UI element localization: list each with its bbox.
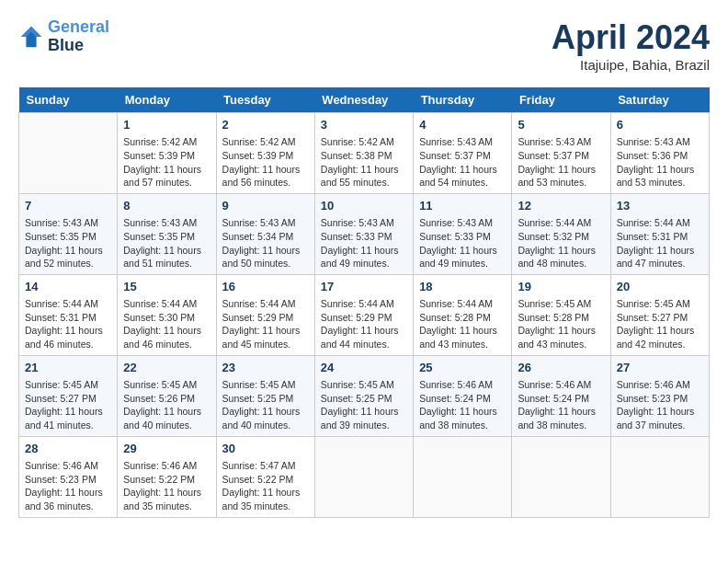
month-title: April 2024 xyxy=(552,18,710,57)
daylight-text: Daylight: 11 hours and 45 minutes. xyxy=(222,325,301,350)
location-subtitle: Itajuipe, Bahia, Brazil xyxy=(552,57,710,73)
daylight-text: Daylight: 11 hours and 57 minutes. xyxy=(123,164,201,189)
daylight-text: Daylight: 11 hours and 44 minutes. xyxy=(321,325,399,350)
day-number: 15 xyxy=(123,279,210,295)
table-row: 23Sunrise: 5:45 AMSunset: 5:25 PMDayligh… xyxy=(216,355,314,436)
table-row: 15Sunrise: 5:44 AMSunset: 5:30 PMDayligh… xyxy=(118,274,216,355)
day-number: 24 xyxy=(321,360,407,376)
sunset-text: Sunset: 5:38 PM xyxy=(321,150,392,161)
sunrise-text: Sunrise: 5:43 AM xyxy=(518,136,591,147)
table-row: 4Sunrise: 5:43 AMSunset: 5:37 PMDaylight… xyxy=(414,113,512,194)
weekday-header-row: SundayMondayTuesdayWednesdayThursdayFrid… xyxy=(19,87,710,113)
sunrise-text: Sunrise: 5:44 AM xyxy=(123,298,197,309)
table-row: 13Sunrise: 5:44 AMSunset: 5:31 PMDayligh… xyxy=(610,193,709,274)
daylight-text: Daylight: 11 hours and 35 minutes. xyxy=(123,487,201,511)
table-row: 6Sunrise: 5:43 AMSunset: 5:36 PMDaylight… xyxy=(610,113,709,194)
day-number: 2 xyxy=(222,117,309,133)
day-number: 12 xyxy=(518,198,604,214)
sunset-text: Sunset: 5:22 PM xyxy=(123,474,195,485)
sunrise-text: Sunrise: 5:45 AM xyxy=(321,379,394,390)
daylight-text: Daylight: 11 hours and 40 minutes. xyxy=(222,406,301,431)
table-row: 12Sunrise: 5:44 AMSunset: 5:32 PMDayligh… xyxy=(512,193,610,274)
sunrise-text: Sunrise: 5:46 AM xyxy=(123,460,197,471)
day-number: 5 xyxy=(518,117,604,133)
sunrise-text: Sunrise: 5:44 AM xyxy=(222,298,296,309)
sunset-text: Sunset: 5:33 PM xyxy=(419,231,491,242)
table-row: 17Sunrise: 5:44 AMSunset: 5:29 PMDayligh… xyxy=(314,274,413,355)
sunrise-text: Sunrise: 5:46 AM xyxy=(518,379,591,390)
sunrise-text: Sunrise: 5:43 AM xyxy=(123,217,197,228)
table-row: 10Sunrise: 5:43 AMSunset: 5:33 PMDayligh… xyxy=(314,193,413,274)
day-number: 26 xyxy=(518,360,604,376)
sunset-text: Sunset: 5:29 PM xyxy=(321,312,392,323)
table-row: 22Sunrise: 5:45 AMSunset: 5:26 PMDayligh… xyxy=(118,355,216,436)
logo-text: GeneralBlue xyxy=(48,18,109,55)
sunset-text: Sunset: 5:28 PM xyxy=(419,312,491,323)
sunset-text: Sunset: 5:27 PM xyxy=(25,393,97,404)
day-number: 19 xyxy=(518,279,604,295)
day-number: 29 xyxy=(123,441,210,457)
day-number: 10 xyxy=(321,198,407,214)
sunrise-text: Sunrise: 5:44 AM xyxy=(518,217,591,228)
daylight-text: Daylight: 11 hours and 40 minutes. xyxy=(123,406,201,431)
daylight-text: Daylight: 11 hours and 49 minutes. xyxy=(321,245,399,270)
sunset-text: Sunset: 5:30 PM xyxy=(123,312,195,323)
header-saturday: Saturday xyxy=(610,87,709,113)
table-row xyxy=(512,436,610,517)
daylight-text: Daylight: 11 hours and 43 minutes. xyxy=(419,325,497,350)
sunset-text: Sunset: 5:34 PM xyxy=(222,231,294,242)
day-number: 30 xyxy=(222,441,309,457)
sunrise-text: Sunrise: 5:43 AM xyxy=(25,217,98,228)
day-number: 21 xyxy=(25,360,111,376)
day-number: 20 xyxy=(617,279,703,295)
table-row xyxy=(314,436,413,517)
header-friday: Friday xyxy=(512,87,610,113)
sunrise-text: Sunrise: 5:44 AM xyxy=(25,298,98,309)
daylight-text: Daylight: 11 hours and 43 minutes. xyxy=(518,325,596,350)
sunrise-text: Sunrise: 5:43 AM xyxy=(419,217,493,228)
sunset-text: Sunset: 5:32 PM xyxy=(518,231,589,242)
sunset-text: Sunset: 5:23 PM xyxy=(25,474,97,485)
day-number: 27 xyxy=(617,360,703,376)
day-number: 6 xyxy=(617,117,703,133)
daylight-text: Daylight: 11 hours and 47 minutes. xyxy=(617,245,695,270)
table-row xyxy=(19,113,118,194)
daylight-text: Daylight: 11 hours and 49 minutes. xyxy=(419,245,497,270)
sunrise-text: Sunrise: 5:44 AM xyxy=(321,298,394,309)
sunset-text: Sunset: 5:24 PM xyxy=(419,393,491,404)
sunset-text: Sunset: 5:39 PM xyxy=(222,150,294,161)
day-number: 4 xyxy=(419,117,506,133)
daylight-text: Daylight: 11 hours and 42 minutes. xyxy=(617,325,695,350)
sunrise-text: Sunrise: 5:45 AM xyxy=(518,298,591,309)
sunrise-text: Sunrise: 5:47 AM xyxy=(222,460,296,471)
table-row: 9Sunrise: 5:43 AMSunset: 5:34 PMDaylight… xyxy=(216,193,314,274)
table-row: 1Sunrise: 5:42 AMSunset: 5:39 PMDaylight… xyxy=(118,113,216,194)
table-row: 16Sunrise: 5:44 AMSunset: 5:29 PMDayligh… xyxy=(216,274,314,355)
week-row-2: 7Sunrise: 5:43 AMSunset: 5:35 PMDaylight… xyxy=(19,193,710,274)
sunset-text: Sunset: 5:37 PM xyxy=(419,150,491,161)
daylight-text: Daylight: 11 hours and 55 minutes. xyxy=(321,164,399,189)
day-number: 25 xyxy=(419,360,506,376)
sunset-text: Sunset: 5:28 PM xyxy=(518,312,589,323)
calendar-table: SundayMondayTuesdayWednesdayThursdayFrid… xyxy=(18,87,710,518)
daylight-text: Daylight: 11 hours and 39 minutes. xyxy=(321,406,399,431)
day-number: 17 xyxy=(321,279,407,295)
daylight-text: Daylight: 11 hours and 38 minutes. xyxy=(419,406,497,431)
week-row-1: 1Sunrise: 5:42 AMSunset: 5:39 PMDaylight… xyxy=(19,113,710,194)
logo-icon xyxy=(18,24,44,50)
table-row: 28Sunrise: 5:46 AMSunset: 5:23 PMDayligh… xyxy=(19,436,118,517)
table-row: 18Sunrise: 5:44 AMSunset: 5:28 PMDayligh… xyxy=(414,274,512,355)
sunrise-text: Sunrise: 5:43 AM xyxy=(617,136,690,147)
header-sunday: Sunday xyxy=(19,87,118,113)
day-number: 7 xyxy=(25,198,111,214)
sunrise-text: Sunrise: 5:45 AM xyxy=(617,298,690,309)
table-row: 19Sunrise: 5:45 AMSunset: 5:28 PMDayligh… xyxy=(512,274,610,355)
sunrise-text: Sunrise: 5:43 AM xyxy=(419,136,493,147)
sunset-text: Sunset: 5:37 PM xyxy=(518,150,589,161)
sunset-text: Sunset: 5:23 PM xyxy=(617,393,688,404)
sunset-text: Sunset: 5:33 PM xyxy=(321,231,392,242)
daylight-text: Daylight: 11 hours and 56 minutes. xyxy=(222,164,301,189)
logo: GeneralBlue xyxy=(18,18,109,55)
table-row: 27Sunrise: 5:46 AMSunset: 5:23 PMDayligh… xyxy=(610,355,709,436)
table-row: 2Sunrise: 5:42 AMSunset: 5:39 PMDaylight… xyxy=(216,113,314,194)
